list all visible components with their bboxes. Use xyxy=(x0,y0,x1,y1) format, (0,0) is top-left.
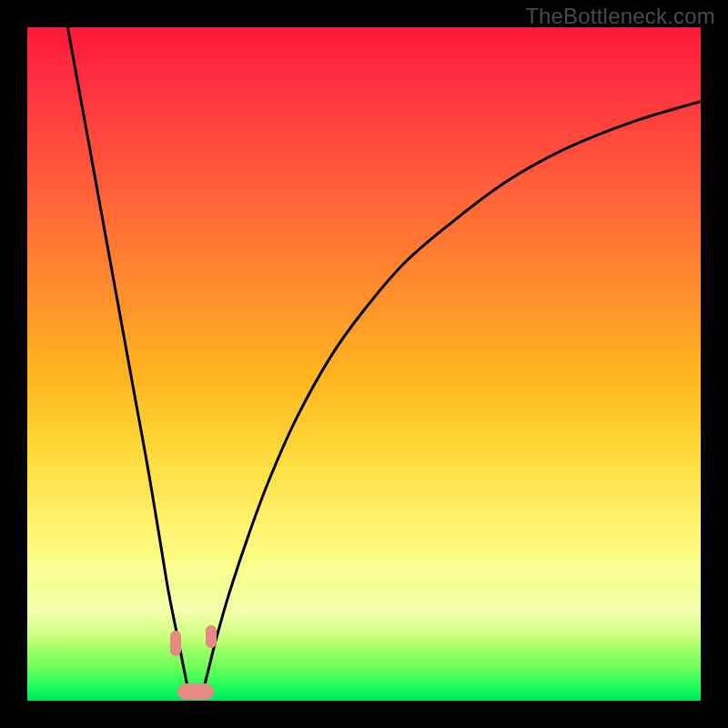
plot-area xyxy=(27,27,701,701)
watermark-text: TheBottleneck.com xyxy=(525,4,715,29)
valley-right-blob xyxy=(206,625,217,648)
chart-frame: TheBottleneck.com xyxy=(0,0,728,728)
valley-left-blob xyxy=(170,631,181,656)
bottleneck-curve xyxy=(27,27,701,701)
curve-left-branch xyxy=(67,27,188,694)
valley-bottom-blob xyxy=(177,683,214,700)
curve-right-branch xyxy=(202,101,701,693)
